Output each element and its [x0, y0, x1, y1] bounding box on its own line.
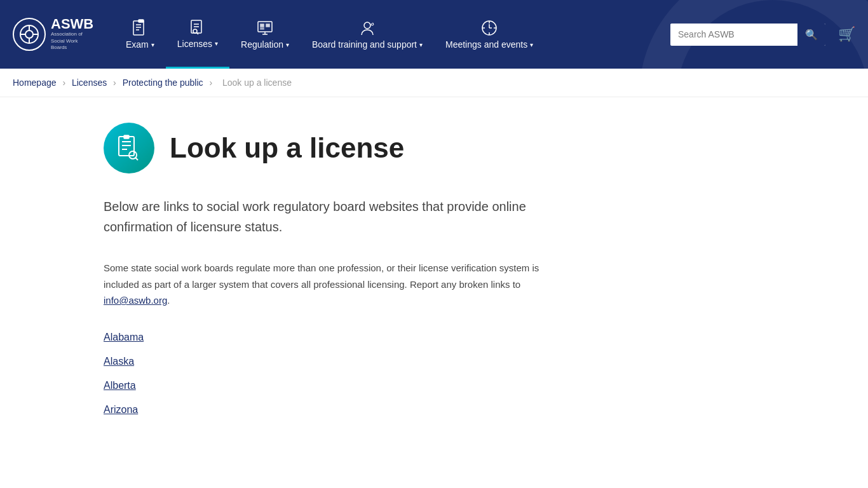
intro-paragraph: Below are links to social work regulator… — [104, 196, 561, 237]
list-item: Arizona — [104, 404, 764, 416]
breadcrumb-sep-1: › — [62, 78, 65, 88]
breadcrumb-sep-3: › — [209, 78, 212, 88]
meetings-caret: ▾ — [530, 41, 533, 48]
licenses-caret: ▾ — [215, 40, 218, 47]
nav-label-board-training: Board training and support — [312, 39, 417, 50]
arizona-link[interactable]: Arizona — [104, 404, 138, 415]
nav-label-licenses: Licenses — [177, 39, 212, 49]
nav-item-exam[interactable]: Exam ▾ — [114, 0, 166, 69]
alaska-link[interactable]: Alaska — [104, 356, 134, 367]
alabama-link[interactable]: Alabama — [104, 332, 144, 342]
list-item: Alaska — [104, 356, 764, 367]
email-link[interactable]: info@aswb.org — [104, 295, 167, 306]
nav-label-meetings: Meetings and events — [445, 39, 527, 50]
logo-icon — [19, 24, 39, 44]
svg-rect-17 — [261, 24, 264, 27]
svg-point-22 — [364, 22, 370, 29]
svg-rect-18 — [266, 24, 269, 27]
svg-rect-10 — [139, 20, 144, 22]
breadcrumb-licenses[interactable]: Licenses — [72, 78, 107, 88]
logo-text: ASWB — [51, 17, 95, 31]
alberta-link[interactable]: Alberta — [104, 380, 136, 391]
nav-label-regulation: Regulation — [241, 39, 283, 50]
nav-item-meetings[interactable]: Meetings and events ▾ — [434, 0, 545, 69]
svg-rect-34 — [124, 135, 129, 139]
breadcrumb: Homepage › Licenses › Protecting the pub… — [0, 69, 868, 97]
breadcrumb-homepage[interactable]: Homepage — [13, 78, 57, 88]
svg-rect-6 — [133, 21, 144, 35]
body-text-content: Some state social work boards regulate m… — [104, 262, 539, 290]
main-content: Look up a license Below are links to soc… — [85, 97, 783, 454]
page-icon-container — [104, 123, 154, 173]
svg-rect-19 — [261, 28, 264, 29]
nav-items-container: Exam ▾ Licenses ▾ — [114, 0, 670, 69]
board-training-icon — [358, 19, 376, 37]
state-links-list: Alabama Alaska Alberta Arizona — [104, 332, 764, 416]
search-box: 🔍 — [670, 24, 825, 46]
exam-icon — [131, 19, 149, 37]
email-suffix: . — [167, 295, 170, 306]
svg-line-33 — [135, 158, 138, 160]
meetings-icon — [480, 19, 498, 37]
page-header: Look up a license — [104, 123, 764, 173]
svg-point-1 — [25, 30, 33, 38]
page-title: Look up a license — [170, 132, 404, 164]
nav-item-regulation[interactable]: Regulation ▾ — [229, 0, 301, 69]
body-paragraph: Some state social work boards regulate m… — [104, 260, 561, 309]
licenses-icon — [189, 18, 207, 36]
regulation-icon — [256, 19, 274, 37]
license-page-icon — [115, 134, 143, 162]
nav-search-area: 🔍 🛒 — [670, 24, 855, 46]
exam-caret: ▾ — [151, 41, 154, 48]
search-button[interactable]: 🔍 — [797, 24, 825, 46]
nav-label-exam: Exam — [126, 39, 149, 50]
regulation-caret: ▾ — [286, 41, 289, 48]
breadcrumb-protecting[interactable]: Protecting the public — [123, 78, 203, 88]
list-item: Alberta — [104, 380, 764, 391]
search-input[interactable] — [670, 24, 797, 44]
cart-icon[interactable]: 🛒 — [838, 26, 855, 43]
site-logo[interactable]: ASWB Association of Social Work Boards — [13, 17, 95, 51]
logo-subtitle: Association of Social Work Boards — [51, 31, 95, 51]
nav-item-licenses[interactable]: Licenses ▾ — [166, 0, 229, 69]
breadcrumb-current: Look up a license — [222, 78, 292, 88]
logo-emblem — [13, 18, 46, 51]
nav-item-board-training[interactable]: Board training and support ▾ — [301, 0, 434, 69]
main-navigation: ASWB Association of Social Work Boards E… — [0, 0, 868, 69]
list-item: Alabama — [104, 332, 764, 343]
svg-point-14 — [193, 29, 197, 33]
breadcrumb-sep-2: › — [113, 78, 116, 88]
board-training-caret: ▾ — [419, 41, 423, 48]
